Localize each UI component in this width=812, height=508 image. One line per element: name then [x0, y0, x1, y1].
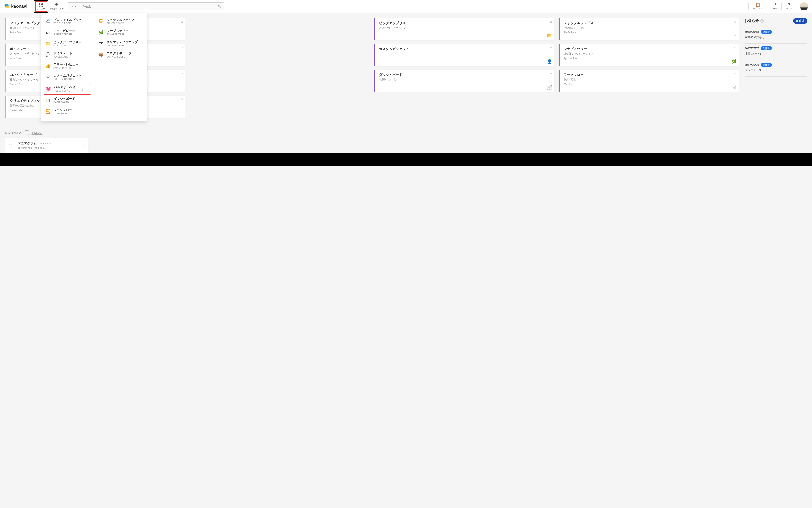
notice-item[interactable]: 2018/09/18 公開中 異動のお知らせ: [744, 27, 807, 44]
card-title: ワークフロー: [564, 73, 735, 77]
menu-item[interactable]: ⚙ カスタムガジェット CUSTOM GADGET: [44, 72, 91, 83]
divider: [797, 3, 797, 10]
menu-item[interactable]: 📁 ピックアップリスト PICKUP LIST: [44, 38, 91, 49]
menu-item-en: SYNAPSE TREE: [107, 33, 128, 36]
nav-help[interactable]: ? ヘルプ: [785, 2, 794, 10]
open-icon: ⧉: [734, 20, 736, 23]
external-icon: ⧉: [142, 40, 144, 43]
module-card[interactable]: ⧉ シャッフルフェイス 社員情報マトリクス Shuffle Face ⇄: [559, 18, 739, 40]
card-accent-bar: [5, 18, 6, 40]
hello-heading: KAONAVI ⌣ HELLO: [5, 130, 739, 135]
notice-status-badge: 公開中: [761, 63, 772, 67]
notice-status-badge: 公開中: [761, 46, 772, 50]
menu-item-icon: 🌿: [98, 30, 104, 35]
menu-item-en: CUSTOM GADGET: [53, 78, 82, 80]
apply-icon: 📋: [756, 3, 760, 7]
menu-column-1: 📇 プロファイルブック PROFILE BOOK 🗂 シートガレージ SHEET…: [41, 16, 94, 117]
admin-menu-button[interactable]: ⚙ 管理者メニュー: [49, 1, 64, 12]
open-icon: ⧉: [550, 46, 552, 49]
menu-label: メニュー: [37, 7, 45, 10]
notice-item[interactable]: 2017/06/01 公開中 メンテナンス: [744, 60, 807, 77]
hello-item-desc: 社員の性格タイプを知る: [18, 146, 52, 150]
hello-card-enneagram[interactable]: ♡ エニアグラム Enneagram 社員の性格タイプを知る ›: [5, 138, 88, 153]
menu-item-jp: プロファイルブック: [53, 18, 82, 22]
menu-item-icon: 📁: [45, 41, 51, 46]
menu-item-en: PROFILE BOOK: [53, 22, 82, 25]
card-accent-bar: [374, 70, 375, 92]
menu-item[interactable]: 🔀 シャッフルフェイス SHUFFLE FACE ⧉: [97, 16, 144, 27]
menu-item-icon: 📊: [45, 98, 51, 103]
nav-apply[interactable]: 📋 申請・届出: [752, 2, 764, 10]
create-notice-button[interactable]: ⊕ 作成: [793, 18, 807, 24]
menu-item-en: WORKFLOW: [53, 112, 72, 115]
external-icon: ⧉: [142, 18, 144, 21]
notice-date: 2017/06/01: [744, 63, 759, 67]
menu-item[interactable]: 📊 ダッシュボード DASH BOARD: [44, 95, 91, 106]
menu-item[interactable]: 🔁 ワークフロー WORKFLOW: [44, 106, 91, 117]
module-card[interactable]: ⧉ カスタムガジェット 👤: [374, 44, 554, 66]
cursor-icon: ☟: [80, 87, 83, 92]
menu-item[interactable]: 👍 スマートレビュー SMART REVIEW: [44, 60, 91, 72]
menu-item[interactable]: 🌿 シナプスツリー SYNAPSE TREE ⧉: [97, 27, 144, 38]
notice-list: 2018/09/18 公開中 異動のお知らせ 2017/07/07 公開中 評価…: [744, 27, 807, 77]
card-type-icon: 👤: [547, 59, 552, 64]
card-eng: Shuffle Face: [564, 31, 735, 34]
help-icon[interactable]: ?: [760, 19, 764, 23]
open-icon: ⧉: [181, 72, 183, 75]
menu-item[interactable]: 🗂 シートガレージ SHEET GARAGE: [44, 27, 91, 38]
menu-item[interactable]: 💬 ボイスノート VOICE NOTE: [44, 49, 91, 60]
menu-item[interactable]: 💓 パルスサーベイ PULSE SURVEY ☟: [44, 83, 91, 95]
user-avatar[interactable]: [800, 2, 808, 10]
card-type-icon: 🌿: [732, 59, 736, 64]
card-accent-bar: [559, 70, 560, 92]
card-desc: 時系列グラフ化: [379, 78, 550, 81]
menu-item-en: DASH BOARD: [53, 101, 75, 103]
nav-todo[interactable]: ☰ ToDo: [771, 3, 778, 10]
module-card[interactable]: ⧉ ピックアップリスト メンバーをグルーピング 📂: [374, 18, 554, 40]
card-desc: メンバーをグルーピング: [379, 26, 550, 30]
gear-icon: ⚙: [55, 3, 58, 7]
hello-item-title: エニアグラム: [18, 141, 37, 145]
grid-icon: [39, 3, 43, 7]
menu-item-icon: 🗺: [98, 41, 104, 46]
menu-item[interactable]: 📇 プロファイルブック PROFILE BOOK: [44, 16, 91, 27]
open-icon: ⧉: [181, 20, 183, 23]
menu-item-jp: シートガレージ: [53, 29, 75, 33]
module-card[interactable]: ⧉ ワークフロー 申請・届出 Workflow ⚙: [559, 70, 739, 92]
hello-item-sub: Enneagram: [39, 142, 52, 145]
menu-item-icon: 🔀: [98, 19, 104, 24]
menu-item-icon: 🔁: [45, 109, 51, 114]
open-icon: ⧉: [550, 20, 552, 23]
search-input[interactable]: [68, 5, 215, 8]
card-accent-bar: [374, 18, 375, 40]
module-card[interactable]: ⧉ ダッシュボード 時系列グラフ化 📈: [374, 70, 554, 92]
brand-logo[interactable]: kaonavi: [4, 4, 27, 9]
card-accent-bar: [5, 70, 6, 92]
menu-item[interactable]: 📦 コネクトキューブ CONNECT CUBE: [97, 49, 144, 60]
menu-item-en: SMART REVIEW: [53, 67, 78, 69]
notification-dot-icon: [775, 3, 776, 5]
main-menu-button[interactable]: メニュー: [35, 1, 47, 12]
menu-column-2: 🔀 シャッフルフェイス SHUFFLE FACE ⧉ 🌿 シナプスツリー SYN…: [94, 16, 147, 117]
menu-button-highlight: メニュー: [34, 0, 48, 12]
card-type-icon: 📂: [547, 33, 552, 38]
menu-item[interactable]: 🗺 クリエイティブマップ CREATIVE MAP ⧉: [97, 38, 144, 49]
notice-title: 異動のお知らせ: [744, 35, 807, 39]
open-icon: ⧉: [181, 98, 183, 101]
menu-item-en: CREATIVE MAP: [107, 44, 138, 47]
card-accent-bar: [559, 44, 560, 66]
module-card[interactable]: ⧉ シナプスツリー 組織図でシミュレーション Synapse Tree 🌿: [559, 44, 739, 66]
smile-icon: ⌣: [25, 130, 29, 135]
card-title: ダッシュボード: [379, 73, 550, 77]
chevron-right-icon: ›: [83, 144, 84, 147]
hello-badge: HELLO: [31, 131, 43, 135]
hello-section: KAONAVI ⌣ HELLO ♡ エニアグラム Enneagram 社員の性格…: [5, 130, 739, 144]
search-icon: 🔍: [218, 5, 221, 8]
menu-item-jp: シャッフルフェイス: [107, 18, 135, 22]
menu-item-icon: 💬: [45, 52, 51, 57]
search-button[interactable]: 🔍: [215, 3, 224, 10]
page-footer: [0, 153, 812, 166]
external-icon: ⧉: [142, 29, 144, 32]
menu-item-jp: ワークフロー: [53, 108, 72, 112]
notice-item[interactable]: 2017/07/07 公開中 評価について: [744, 44, 807, 60]
